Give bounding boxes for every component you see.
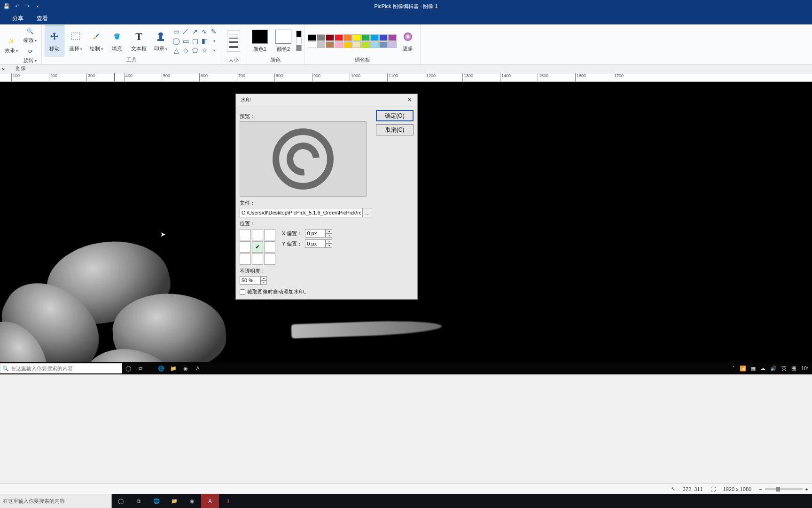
pos-tl[interactable]: [240, 229, 251, 240]
search-box-lower[interactable]: 在这里输入你要搜索的内容: [0, 494, 112, 508]
shape-line[interactable]: ／: [181, 27, 190, 36]
x-offset-input[interactable]: [305, 229, 326, 238]
pos-ml[interactable]: [240, 241, 251, 253]
shape-pent[interactable]: ⬠: [191, 46, 199, 55]
wifi-icon[interactable]: 📶: [740, 365, 746, 372]
palette-swatch[interactable]: [379, 41, 388, 48]
stamp-tool[interactable]: 印章: [151, 25, 170, 56]
browse-button[interactable]: …: [363, 208, 372, 217]
cortana-icon-lower[interactable]: ◯: [112, 494, 130, 508]
shape-star[interactable]: ☆: [200, 46, 209, 55]
pos-mc[interactable]: ✔: [252, 241, 263, 253]
tab-view[interactable]: 查看: [30, 12, 55, 24]
cortana-circle-icon[interactable]: ◯: [122, 362, 134, 374]
shape-gallery[interactable]: ▭ ／ ↗ ∿ ✎ ◯ ▭ ▢ ◧ △ ◇ ⬠ ☆: [172, 27, 218, 55]
palette-swatch[interactable]: [361, 34, 370, 41]
chrome-icon[interactable]: ◉: [180, 362, 192, 374]
shape-more1[interactable]: [210, 37, 218, 45]
palette-swatch[interactable]: [361, 41, 370, 48]
palette-swatch[interactable]: [335, 34, 343, 41]
palette-swatch[interactable]: [335, 41, 343, 48]
draw-tool[interactable]: 🖌️ 绘制: [87, 25, 106, 56]
auto-watermark-input[interactable]: [240, 289, 245, 295]
zoom-button[interactable]: 🔍 缩放: [22, 25, 39, 45]
file-path-input[interactable]: [240, 208, 363, 217]
palette-swatch[interactable]: [344, 41, 352, 48]
shape-rect-y[interactable]: ▭: [172, 27, 180, 36]
explorer-icon[interactable]: 📁: [167, 362, 180, 374]
ok-button[interactable]: 确定(O): [376, 110, 414, 121]
side-picker[interactable]: [296, 45, 302, 51]
palette-swatch[interactable]: [326, 41, 334, 48]
palette-swatch[interactable]: [308, 34, 316, 41]
zoom-out-icon[interactable]: −: [759, 486, 762, 492]
select-tool[interactable]: 选择: [66, 25, 85, 56]
save-icon[interactable]: 💾: [3, 2, 10, 10]
shape-arrow[interactable]: ↗: [191, 27, 199, 36]
tray-icon-1[interactable]: ▦: [751, 365, 756, 372]
search-box-upper[interactable]: 🔍 在这里输入你要搜索的内容: [0, 363, 122, 373]
dialog-close-button[interactable]: ✕: [404, 96, 414, 104]
edge-icon[interactable]: 🌐: [155, 362, 167, 374]
pos-br[interactable]: [264, 254, 275, 265]
palette-swatch[interactable]: [370, 34, 379, 41]
ime-en[interactable]: 英: [781, 365, 787, 372]
color-palette[interactable]: [308, 34, 397, 48]
auto-watermark-checkbox[interactable]: 截取图像时自动添加水印。: [240, 288, 372, 295]
side-black[interactable]: [296, 31, 302, 37]
undo-icon[interactable]: ↶: [13, 2, 21, 10]
side-white[interactable]: [296, 38, 302, 44]
x-down[interactable]: ▾: [326, 233, 332, 238]
color1-button[interactable]: 颜色1: [249, 25, 271, 56]
app-w-icon-lower[interactable]: ⦀: [219, 494, 237, 508]
redo-icon[interactable]: ↷: [23, 2, 31, 10]
palette-swatch[interactable]: [352, 34, 361, 41]
op-up[interactable]: ▴: [260, 276, 267, 280]
effects-button[interactable]: ✨ 效果: [3, 36, 20, 55]
y-down[interactable]: ▾: [326, 244, 332, 248]
pos-mr[interactable]: [264, 241, 275, 253]
volume-icon[interactable]: 🔊: [770, 365, 777, 372]
tray-icon-2[interactable]: ☁: [760, 365, 765, 372]
taskview-icon[interactable]: ⧉: [134, 362, 147, 374]
palette-swatch[interactable]: [317, 41, 325, 48]
shape-circle[interactable]: ◯: [172, 37, 180, 45]
clock-upper[interactable]: 10:: [801, 365, 808, 371]
y-up[interactable]: ▴: [326, 239, 332, 244]
text-tool[interactable]: T 文本框: [128, 25, 149, 56]
zoom-slider[interactable]: − +: [759, 486, 808, 492]
close-doc-button[interactable]: ×: [0, 66, 7, 72]
palette-swatch[interactable]: [317, 34, 325, 41]
pos-tr[interactable]: [264, 229, 275, 240]
palette-swatch[interactable]: [370, 41, 379, 48]
palette-swatch[interactable]: [388, 34, 397, 41]
op-down[interactable]: ▾: [260, 280, 267, 285]
shape-more2[interactable]: [210, 46, 218, 55]
palette-swatch[interactable]: [388, 41, 397, 48]
x-up[interactable]: ▴: [326, 229, 332, 233]
pos-tc[interactable]: [252, 229, 263, 240]
shape-diamond[interactable]: ◇: [181, 46, 190, 55]
taskview-icon-lower[interactable]: ⧉: [130, 494, 148, 508]
palette-swatch[interactable]: [308, 41, 316, 48]
explorer-icon-lower[interactable]: 📁: [165, 494, 183, 508]
palette-swatch[interactable]: [326, 34, 334, 41]
app-a-icon-lower[interactable]: A: [201, 494, 219, 508]
tab-share[interactable]: 分享: [6, 12, 30, 24]
shape-free[interactable]: ✎: [210, 27, 218, 36]
edge-icon-lower[interactable]: 🌐: [148, 494, 165, 508]
cancel-button[interactable]: 取消(C): [376, 124, 414, 135]
pos-bl[interactable]: [240, 254, 251, 265]
shape-rect[interactable]: ▭: [181, 37, 190, 45]
opacity-input[interactable]: [240, 276, 260, 285]
shape-tri[interactable]: △: [172, 46, 180, 55]
move-tool[interactable]: 移动: [45, 25, 64, 56]
y-offset-input[interactable]: [305, 239, 326, 248]
chrome-icon-lower[interactable]: ◉: [183, 494, 201, 508]
app-a-icon[interactable]: A: [192, 362, 204, 374]
shape-curve[interactable]: ∿: [200, 27, 209, 36]
fill-tool[interactable]: 🪣 填充: [108, 25, 126, 56]
more-colors-button[interactable]: 更多: [398, 25, 417, 56]
rotate-button[interactable]: ⟳ 旋转: [22, 46, 39, 65]
stroke-width-button[interactable]: [224, 25, 243, 56]
